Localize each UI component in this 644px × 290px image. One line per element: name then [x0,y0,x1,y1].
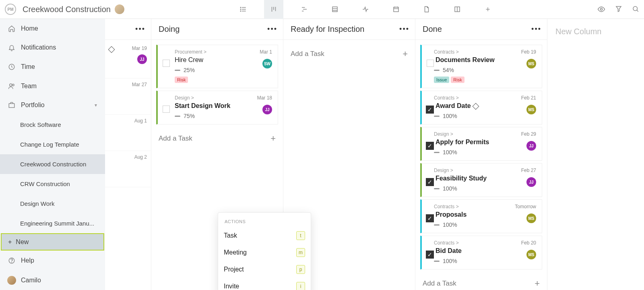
plus-icon: + [402,49,408,59]
popup-action[interactable]: Taskt [219,227,310,244]
sidebar-item[interactable]: Design Work [0,194,105,213]
clock-icon [8,63,15,70]
popup-action[interactable]: Invitei [219,278,310,290]
search-icon[interactable] [632,5,639,13]
task-title: Bid Date [436,247,536,255]
column-menu-icon[interactable]: ••• [135,25,145,33]
assignee-badge[interactable]: MS [526,250,536,259]
nav-home[interactable]: Home [0,19,105,38]
calendar-view-icon[interactable] [386,0,406,19]
task-date: Feb 21 [521,95,536,101]
popup-action-label: Meeting [224,249,247,256]
task-breadcrumb[interactable]: Procurement > [175,49,272,55]
sidebar-item[interactable]: Change Log Template [0,135,105,154]
task-card[interactable]: ✓Contracts >Proposals100%TomorrowMS [420,199,542,233]
project-title[interactable]: Creekwood Construction [23,5,111,14]
task-card[interactable]: Contracts >Documents Review54%Feb 19MSIs… [420,45,542,88]
task-card[interactable]: ✓Design >Apply for Permits100%Feb 29JJ [420,127,542,161]
task-card-partial[interactable]: Mar 19JJ [105,42,151,79]
checkbox-checked-icon[interactable]: ✓ [426,214,434,222]
sidebar: Home Notifications Time Team Portfolio▾ … [0,19,105,290]
sidebar-item[interactable]: Engineering Summit Janu... [0,213,105,233]
assignee-badge[interactable]: JJ [137,54,147,64]
task-card[interactable]: ✓Contracts >Bid Date100%Feb 20MS [420,236,542,269]
app-logo[interactable]: PM [5,4,16,15]
visibility-icon[interactable] [597,5,605,13]
add-task-doing[interactable]: Add a Task+ [151,127,283,150]
column-menu-icon[interactable]: ••• [399,25,409,33]
new-column[interactable]: New Column [547,19,644,290]
sidebar-item[interactable]: Creekwood Construction [0,154,105,174]
sheet-view-icon[interactable] [325,0,345,19]
panel-view-icon[interactable] [448,0,467,19]
gantt-view-icon[interactable] [295,0,314,19]
assignee-badge[interactable]: SW [262,59,272,68]
add-task-label: Add a Task [159,135,192,143]
task-card[interactable]: ✓Contracts >Award Date100%Feb 21MS [420,91,542,124]
add-task-done[interactable]: Add a Task+ [415,272,547,290]
nav-portfolio[interactable]: Portfolio▾ [0,96,105,115]
checkbox-icon[interactable] [163,60,170,67]
svg-marker-24 [616,6,621,12]
task-card[interactable]: Procurement >Hire Crew25%Mar 1SWRisk [156,45,278,88]
task-card-partial[interactable]: Mar 27 [105,79,151,115]
checkbox-icon[interactable] [163,106,170,113]
checkbox-checked-icon[interactable]: ✓ [426,106,434,114]
column-menu-icon[interactable]: ••• [267,25,277,33]
files-view-icon[interactable] [417,0,436,19]
nav-help[interactable]: Help [0,251,105,270]
add-task-label: Add a Task [291,50,324,58]
popup-action[interactable]: Projectp [219,261,310,278]
activity-view-icon[interactable] [356,0,375,19]
column-done-header: Done••• [415,19,547,40]
task-tag[interactable]: Issue [434,77,449,83]
column-menu-icon[interactable]: ••• [531,25,541,33]
task-card[interactable]: ✓Design >Feasibility Study100%Feb 27JJ [420,163,542,197]
assignee-badge[interactable]: JJ [526,141,536,151]
shortcut-key: i [296,282,305,290]
task-card[interactable]: Design >Start Design Work75%Mar 18JJ [156,91,278,124]
task-card-partial[interactable]: Aug 2 [105,151,151,187]
task-title: Award Date [436,102,536,110]
checkbox-checked-icon[interactable]: ✓ [426,178,434,186]
assignee-badge[interactable]: MS [526,59,536,68]
assignee-badge[interactable]: JJ [526,177,536,187]
nav-notifications[interactable]: Notifications [0,38,105,58]
nav-time[interactable]: Time [0,57,105,77]
sidebar-item[interactable]: CRW Construction [0,174,105,194]
assignee-badge[interactable]: MS [526,105,536,114]
nav-team-label: Team [21,83,37,90]
nav-team[interactable]: Team [0,77,105,96]
home-icon [8,25,15,32]
board-view-icon[interactable] [264,0,283,19]
task-date: Aug 2 [134,154,147,160]
user-avatar [7,276,16,285]
svg-point-32 [12,262,12,262]
checkbox-checked-icon[interactable]: ✓ [426,142,434,150]
task-title: Feasibility Study [436,175,536,182]
add-task-ready[interactable]: Add a Task+ [283,42,415,66]
checkbox-checked-icon[interactable]: ✓ [426,251,434,259]
list-view-icon[interactable] [233,0,253,19]
filter-icon[interactable] [615,5,622,13]
project-avatar[interactable] [115,4,124,14]
checkbox-icon[interactable] [427,60,434,67]
task-card-partial[interactable]: Aug 1 [105,115,151,151]
assignee-badge[interactable]: JJ [262,105,272,114]
assignee-badge[interactable]: MS [526,213,536,223]
popup-action[interactable]: Meetingm [219,244,310,261]
task-date: Feb 29 [521,131,536,137]
current-user[interactable]: Camilo [0,270,105,290]
svg-point-25 [633,6,638,11]
svg-point-28 [10,84,12,86]
task-tag[interactable]: Risk [451,77,464,83]
help-icon [8,257,15,264]
popup-action-label: Task [224,232,237,239]
sidebar-item[interactable]: Brock Software [0,115,105,135]
task-progress: 25% [175,67,272,73]
task-progress: 100% [434,149,536,155]
task-tag[interactable]: Risk [175,77,188,83]
svg-point-5 [240,11,241,12]
add-view-icon[interactable] [478,0,497,19]
new-button[interactable]: +New [1,233,104,251]
